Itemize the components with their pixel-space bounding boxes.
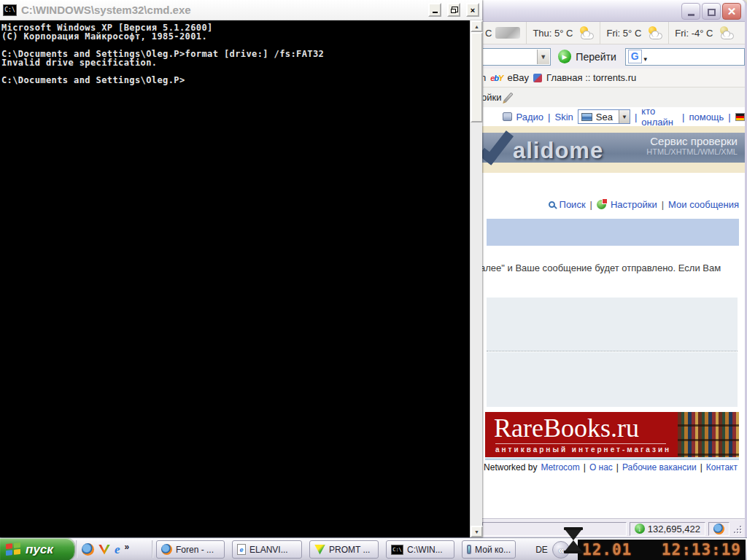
weather-segment-partial[interactable]: C (479, 22, 527, 44)
separator: | (548, 112, 550, 122)
go-label[interactable]: Перейти (576, 51, 616, 63)
about-link[interactable]: О нас (589, 462, 613, 472)
skin-select[interactable]: Sea ▼ (578, 109, 630, 124)
cmd-window-title: C:\WINDOWS\system32\cmd.exe (21, 4, 422, 16)
address-toolbar: ▼ ▶ Перейти G ▼ (479, 44, 745, 69)
console-line: Invalid drive specification. (1, 58, 470, 67)
firefox-icon[interactable] (713, 524, 724, 534)
windows-logo-icon (6, 542, 20, 556)
start-button[interactable]: пуск (0, 538, 74, 560)
taskbar-button-foren[interactable]: Foren - ... (156, 540, 225, 559)
skin-link[interactable]: Skin (554, 112, 573, 122)
contact-link[interactable]: Контакт (706, 462, 738, 472)
visit-counter: 132,695,422 (648, 524, 700, 534)
scroll-up-button[interactable]: ▲ (471, 20, 483, 32)
taskbar-button-elanvi[interactable]: e ELANVI... (232, 540, 302, 559)
restore-icon (451, 9, 456, 13)
firefox-panel (708, 522, 729, 536)
cmd-restore-button[interactable] (447, 3, 460, 17)
nav-link-dating[interactable]: Знакомства (495, 178, 547, 189)
chevron-down-icon[interactable]: ▼ (619, 110, 630, 123)
search-link[interactable]: Поиск (560, 199, 586, 210)
promt-icon (314, 545, 325, 555)
resize-grip[interactable] (732, 524, 742, 534)
settings-link[interactable]: Настройки (611, 199, 657, 210)
networked-by-label: Networked by (484, 462, 537, 472)
firefox-icon[interactable] (82, 543, 94, 556)
minimize-icon (433, 12, 438, 13)
weather-label: C (485, 28, 492, 39)
clock-date: 12.01 (582, 541, 632, 559)
taskbar-button-cmd[interactable]: C:\ C:\WIN... (386, 540, 454, 559)
weather-segment-fri1[interactable]: Fri: 5° C (600, 22, 669, 44)
bookmarks-toolbar: n ebY eBay Главная :: torrents.ru (479, 69, 745, 88)
nav-link-photo[interactable]: Фото (563, 178, 585, 189)
cmd-close-button[interactable]: × (466, 3, 479, 17)
divider (152, 540, 153, 558)
my-messages-link[interactable]: Мои сообщения (668, 199, 739, 210)
settings-partial-label[interactable]: ойки (481, 92, 501, 103)
google-search-input[interactable]: G ▼ (625, 48, 745, 66)
footer-links: Networked by Metrocom | О нас | Рабочие … (479, 461, 738, 474)
cmd-icon: C:\ (3, 4, 17, 16)
browser-close-button[interactable]: ✕ (722, 3, 741, 20)
media-v-icon[interactable] (98, 545, 110, 555)
separator: | (590, 199, 592, 210)
validome-banner[interactable]: alidome Сервис проверки HTML/XHTML/WML/X… (479, 126, 745, 173)
divider (495, 443, 666, 444)
validome-service-line2: HTML/XHTML/WML/XML (646, 147, 738, 156)
separator: | (616, 462, 619, 472)
console-output: Microsoft Windows XP [Версия 5.1.2600](C… (0, 20, 470, 537)
language-indicator[interactable]: DE (532, 541, 551, 558)
water-nav: Знакомства Фото Handy (479, 173, 745, 193)
weather-segment-fri2[interactable]: Fri: -4° C (669, 22, 740, 44)
status-panel (482, 522, 627, 536)
nav-link-handy[interactable]: Handy (601, 178, 629, 189)
weather-segment-thu[interactable]: Thu: 5° C (527, 22, 600, 44)
browser-minimize-button[interactable] (681, 3, 700, 20)
taskbar: пуск e » Foren - ... e ELANVI... PROMT .… (0, 537, 747, 560)
tray-led-clock[interactable]: 12.01 12:13:19 (578, 540, 746, 560)
download-arrow-icon: ↓ (635, 524, 645, 534)
help-link[interactable]: помощь (689, 112, 724, 122)
browser-maximize-button[interactable] (702, 3, 721, 20)
chevron-more-icon[interactable]: » (125, 542, 130, 552)
ie-icon[interactable]: e (115, 544, 120, 556)
taskbar-button-my-computer[interactable]: Мой ко... (462, 540, 516, 559)
task-label: Foren - ... (176, 545, 214, 555)
radio-link[interactable]: Радио (516, 112, 544, 122)
ie-document-icon: e (237, 544, 246, 555)
bookmark-ebay[interactable]: eBay (507, 72, 529, 83)
weather-label: Thu: 5° C (533, 28, 573, 39)
firefox-icon (161, 544, 172, 555)
bookshelf-image (678, 412, 739, 457)
metrocom-link[interactable]: Metrocom (541, 462, 579, 472)
address-dropdown-button[interactable]: ▼ (537, 50, 549, 64)
clock-time: 12:13:19 (662, 541, 741, 559)
page-settings-row: ойки (479, 88, 745, 107)
content-box (487, 298, 738, 351)
quick-launch-bar: e » (77, 538, 150, 560)
cmd-minimize-button[interactable] (428, 3, 441, 17)
jobs-link[interactable]: Рабочие вакансии (622, 462, 697, 472)
user-links-bar: Поиск | Настройки | Мои сообщения (479, 193, 745, 215)
taskbar-button-promt[interactable]: PROMT ... (309, 540, 379, 559)
console-line: C:\Documents and Settings\Oleg.P> (1, 76, 470, 85)
chevron-down-icon: ▼ (540, 53, 546, 61)
separator: | (635, 112, 637, 122)
console-scrollbar[interactable]: ▲ ▼ (470, 20, 482, 537)
radio-icon (503, 112, 512, 121)
browser-titlebar[interactable]: ✕ (479, 0, 745, 22)
address-input[interactable]: ▼ (481, 48, 551, 66)
scrollbar-thumb[interactable] (471, 32, 483, 122)
go-button[interactable]: ▶ (558, 50, 572, 63)
settings-globe-icon (597, 200, 606, 209)
rarebooks-banner[interactable]: RareBooks.ru антикварный интернет-магази… (485, 412, 739, 457)
scroll-down-button[interactable]: ▼ (471, 526, 483, 537)
cmd-titlebar[interactable]: C:\ C:\WINDOWS\system32\cmd.exe × (0, 0, 482, 20)
who-online-link[interactable]: кто онлайн (641, 106, 678, 128)
bookmark-torrents[interactable]: Главная :: torrents.ru (546, 72, 636, 83)
rarebooks-title: RareBooks.ru (494, 413, 639, 443)
german-flag-icon[interactable] (735, 113, 745, 121)
cmd-window: C:\ C:\WINDOWS\system32\cmd.exe × Micros… (0, 0, 482, 537)
